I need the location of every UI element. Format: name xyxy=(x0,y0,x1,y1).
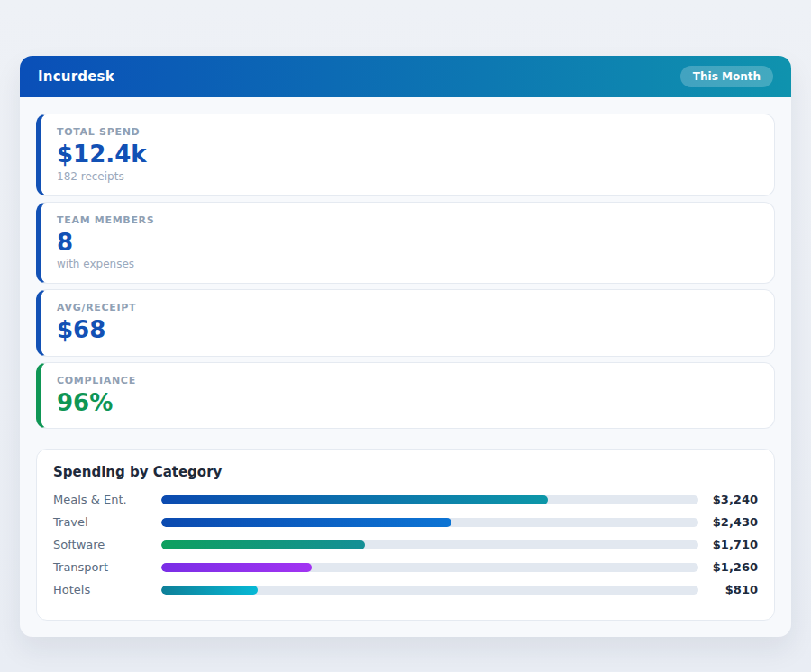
stat-value: $12.4k xyxy=(57,141,758,168)
stat-card: TEAM MEMBERS 8 with expenses xyxy=(36,202,775,285)
bar-track xyxy=(161,540,698,549)
category-value: $810 xyxy=(698,583,758,596)
bar-fill xyxy=(161,518,451,527)
stat-label: TOTAL SPEND xyxy=(57,126,758,138)
stat-card: COMPLIANCE 96% xyxy=(36,362,775,430)
dashboard-window: Incurdesk This Month TOTAL SPEND $12.4k … xyxy=(20,56,791,637)
chart-title: Spending by Category xyxy=(53,464,758,480)
stat-value: 8 xyxy=(57,230,758,256)
category-label: Transport xyxy=(53,560,161,574)
chart-row: Hotels $810 xyxy=(53,578,758,601)
bar-track xyxy=(161,518,698,527)
bar-fill xyxy=(161,540,365,549)
category-label: Software xyxy=(53,538,161,551)
bar-fill xyxy=(161,563,312,572)
category-value: $1,260 xyxy=(698,560,758,574)
category-value: $2,430 xyxy=(698,515,758,529)
bar-track xyxy=(161,563,698,572)
stat-label: TEAM MEMBERS xyxy=(57,214,758,226)
stat-sublabel: 182 receipts xyxy=(57,170,758,183)
app-title: Incurdesk xyxy=(38,68,114,85)
chart-rows: Meals & Ent. $3,240 Travel $2,430 Softwa… xyxy=(53,488,758,601)
spending-chart-card: Spending by Category Meals & Ent. $3,240… xyxy=(36,449,775,621)
category-value: $3,240 xyxy=(698,493,758,506)
stat-label: COMPLIANCE xyxy=(57,375,758,386)
bar-track xyxy=(161,495,698,504)
stat-value: 96% xyxy=(57,390,758,416)
category-label: Meals & Ent. xyxy=(53,493,161,506)
category-value: $1,710 xyxy=(698,538,758,551)
bar-fill xyxy=(161,586,258,595)
bar-fill xyxy=(161,495,548,504)
chart-row: Transport $1,260 xyxy=(53,556,758,578)
stat-label: AVG/RECEIPT xyxy=(57,302,758,313)
period-badge[interactable]: This Month xyxy=(680,66,773,87)
bar-track xyxy=(161,586,698,595)
app-header: Incurdesk This Month xyxy=(20,56,791,97)
dashboard-body: TOTAL SPEND $12.4k 182 receipts TEAM MEM… xyxy=(20,97,791,637)
stat-card: AVG/RECEIPT $68 xyxy=(36,289,775,357)
stat-value: $68 xyxy=(57,317,758,343)
stat-sublabel: with expenses xyxy=(57,258,758,270)
category-label: Travel xyxy=(53,515,161,529)
stat-card: TOTAL SPEND $12.4k 182 receipts xyxy=(36,114,775,196)
chart-row: Travel $2,430 xyxy=(53,511,758,533)
category-label: Hotels xyxy=(53,583,161,596)
chart-row: Software $1,710 xyxy=(53,533,758,556)
chart-row: Meals & Ent. $3,240 xyxy=(53,488,758,511)
